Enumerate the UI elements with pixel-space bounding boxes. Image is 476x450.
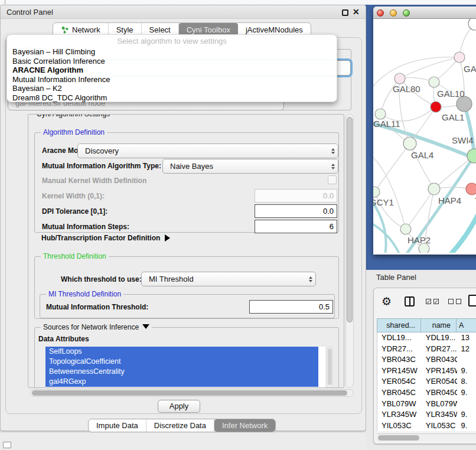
network-node-gal1[interactable] (431, 102, 441, 112)
network-canvas[interactable]: GALGAL80GAL10GAL1GAL11SWI4GAL4GCY1HAP4YH… (373, 19, 476, 253)
algorithm-option[interactable]: Dream8 DC_TDC Algorithm (7, 93, 337, 103)
minimize-traffic-light-icon[interactable] (390, 9, 397, 17)
attribute-list-item[interactable]: SelfLoops (45, 347, 318, 357)
float-window-icon[interactable] (342, 9, 348, 16)
sources-title[interactable]: Sources for Network Inference (41, 323, 152, 331)
column-header[interactable]: shared... (377, 318, 421, 332)
collapse-down-icon (142, 324, 149, 329)
network-node-gal11[interactable] (375, 109, 386, 119)
node-label: GAL10 (437, 89, 465, 99)
gear-icon[interactable]: ⚙ (382, 296, 392, 307)
hub-definition-label: Hub/Transcription Factor Definition (41, 234, 160, 242)
which-threshold-combo[interactable]: MI Threshold (141, 272, 316, 286)
deselect-all-icon[interactable] (448, 299, 454, 304)
table-cell: YIL053C (377, 420, 422, 431)
network-edge[interactable] (400, 57, 459, 79)
table-row[interactable]: YLR345WYLR345W9. (377, 409, 476, 420)
control-panel-titlebar: Control Panel ✕ (1, 5, 366, 19)
attribute-list-item[interactable]: BetweennessCentrality (45, 367, 318, 377)
column-header[interactable]: name (421, 318, 457, 332)
table-row[interactable]: YBR045CYBR045C9. (377, 387, 476, 399)
settings-vertical-scrollbar[interactable] (345, 114, 354, 388)
table-cell: YBR043C (377, 354, 422, 366)
close-icon[interactable]: ✕ (353, 7, 360, 17)
table-row[interactable]: YER054CYER054C8. (377, 376, 476, 387)
manual-kernel-label: Manual Kernel Width Definition (42, 177, 146, 185)
network-node-gcy1[interactable] (373, 187, 380, 197)
network-node[interactable] (468, 19, 476, 30)
aracne-mode-combo[interactable]: Discovery (77, 144, 338, 158)
algorithm-definition-group: Algorithm Definition Aracne Mode: Discov… (34, 132, 339, 233)
spinner-arrows-icon (331, 159, 335, 173)
table-row[interactable]: YIL053CYIL053C9. (377, 420, 476, 431)
tab-label: jActiveMNodules (246, 25, 303, 34)
table-row[interactable]: YBR043CYBR043C (377, 354, 476, 366)
deselect-all-icon[interactable] (456, 299, 461, 304)
new-table-icon[interactable] (468, 295, 476, 306)
spinner-arrows-icon (309, 272, 312, 286)
algorithm-option[interactable]: Bayesian – K2 (7, 84, 337, 93)
tab-discretize-data[interactable]: Discretize Data (146, 419, 214, 432)
tab-infer-network[interactable]: Infer Network (214, 419, 275, 432)
spinner-arrows-icon (331, 144, 335, 158)
mi-threshold-label: Mutual Information Threshold: (46, 303, 148, 311)
dpi-tolerance-label: DPI Tolerance [0,1]: (42, 207, 107, 216)
network-window-titlebar[interactable] (373, 6, 476, 19)
attribute-list-item[interactable]: TopologicalCoefficient (45, 357, 318, 367)
columns-icon[interactable] (405, 296, 415, 306)
tab-impute-data[interactable]: Impute Data (89, 419, 146, 432)
table-row[interactable]: YPR145WYPR145W9. (377, 366, 476, 377)
table-row[interactable]: YBL079WYBL079W (377, 399, 476, 410)
mi-threshold-field[interactable]: 0.5 (249, 300, 333, 314)
network-edge[interactable] (449, 209, 476, 253)
column-header[interactable]: A (457, 318, 476, 332)
table-cell: YER054C (377, 376, 422, 387)
network-node-y[interactable] (466, 183, 476, 195)
attributes-scrollbar[interactable] (327, 347, 333, 388)
data-attributes-list: SelfLoopsTopologicalCoefficientBetweenne… (45, 347, 325, 388)
table-cell: 9. (457, 409, 476, 420)
table-row[interactable]: YDL19...YDL19...13 (377, 332, 476, 344)
table-cell: YLR345W (377, 409, 422, 420)
network-node-gal10[interactable] (429, 77, 439, 87)
minimized-panel-icon[interactable] (3, 442, 11, 448)
apply-button[interactable]: Apply (158, 400, 200, 413)
control-panel-title: Control Panel (6, 8, 53, 17)
network-node-gal4[interactable] (403, 137, 416, 150)
close-traffic-light-icon[interactable] (377, 9, 384, 17)
node-label: GAL1 (442, 112, 464, 122)
table-cell: YLR345W (422, 409, 457, 420)
table-horizontal-scrollbar[interactable] (377, 433, 476, 441)
algorithm-option[interactable]: ARACNE Algorithm (7, 66, 337, 75)
cyni-settings-title: Cyni Algorithm Settings (34, 114, 112, 118)
algorithm-option[interactable]: Bayesian – Hill Climbing (7, 47, 337, 57)
attribute-list-item[interactable]: gal4RGexp (45, 377, 318, 387)
mi-threshold-group: MI Threshold Definition Mutual Informati… (40, 294, 335, 318)
mi-threshold-group-title: MI Threshold Definition (46, 290, 123, 298)
table-cell: YDL19... (377, 332, 422, 344)
network-edge[interactable] (374, 144, 410, 192)
algorithm-option[interactable]: Basic Correlation Inference (7, 57, 337, 66)
algorithm-option[interactable]: Mutual Information Inference (7, 75, 337, 84)
table-header-row: shared...nameA (377, 318, 476, 332)
network-node-gal80[interactable] (395, 73, 405, 84)
zoom-traffic-light-icon[interactable] (403, 9, 410, 17)
network-node-hap2[interactable] (400, 224, 411, 234)
kernel-width-field[interactable]: 0.0 (255, 189, 337, 203)
top-strip (0, 0, 476, 5)
mi-type-combo[interactable]: Naive Bayes (162, 159, 338, 174)
dpi-tolerance-field[interactable]: 0.0 (255, 204, 337, 218)
network-node-hap4[interactable] (428, 183, 440, 195)
network-node-gal[interactable] (454, 52, 465, 63)
manual-kernel-checkbox[interactable] (328, 175, 337, 184)
select-all-icon[interactable]: ✓ (433, 299, 439, 304)
table-cell: YBR045C (377, 387, 422, 399)
mi-steps-field[interactable]: 6 (255, 220, 337, 233)
settings-horizontal-scrollbar[interactable] (30, 389, 354, 397)
network-node-swi4[interactable] (467, 149, 476, 163)
cyni-algorithm-settings-group: Cyni Algorithm Settings Algorithm Defini… (28, 114, 344, 388)
table-row[interactable]: YDR27...YDR27...12 (377, 344, 476, 355)
select-all-icon[interactable]: ✓ (426, 299, 431, 304)
network-view-window: GALGAL80GAL10GAL1GAL11SWI4GAL4GCY1HAP4YH… (373, 6, 476, 255)
hub-definition-toggle[interactable]: Hub/Transcription Factor Definition (41, 234, 170, 242)
